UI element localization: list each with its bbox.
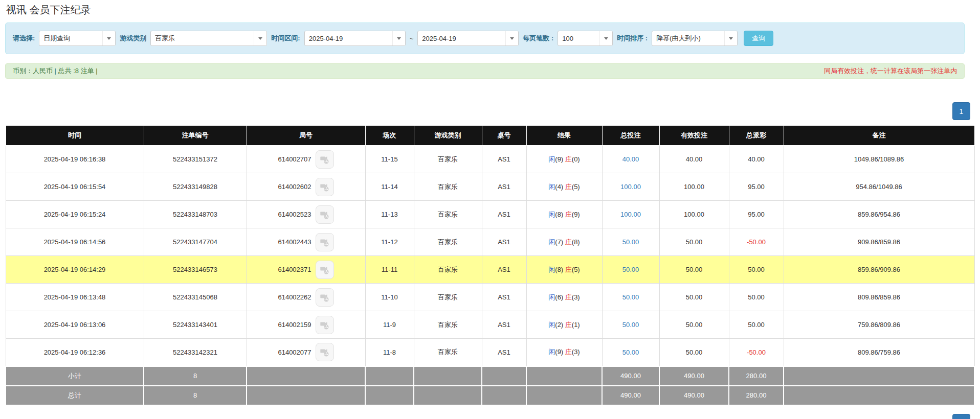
- session-cell: 11-8: [365, 339, 414, 366]
- player-label: 闲: [548, 238, 555, 246]
- chevron-down-icon[interactable]: [392, 31, 405, 45]
- player-label: 闲: [548, 293, 555, 301]
- time-cell: 2025-04-19 06:13:48: [6, 284, 144, 311]
- date-to-value: 2025-04-19: [418, 31, 505, 45]
- total-bet-link[interactable]: 50.00: [622, 348, 639, 356]
- round-id-cell: 614002443: [247, 228, 365, 256]
- chevron-down-icon[interactable]: [599, 31, 612, 45]
- total-bet-link[interactable]: 50.00: [622, 266, 639, 273]
- table-no-cell: AS1: [482, 146, 526, 173]
- total-bet-link[interactable]: 100.00: [620, 211, 641, 218]
- total-bet-cell: 50.00: [602, 311, 659, 339]
- time-cell: 2025-04-19 06:12:36: [6, 339, 144, 366]
- table-no-cell: AS1: [482, 284, 526, 311]
- player-label: 闲: [548, 348, 555, 356]
- game-category-label: 游戏类别: [120, 34, 146, 43]
- chevron-down-icon[interactable]: [724, 31, 737, 45]
- col-bet-id: 注单编号: [144, 126, 247, 146]
- banker-label: 庄: [565, 238, 572, 246]
- player-label: 闲: [548, 155, 555, 163]
- query-type-value: 日期查询: [39, 31, 102, 45]
- video-replay-button[interactable]: [316, 205, 334, 224]
- video-replay-button[interactable]: [316, 178, 334, 196]
- payout-cell: -50.00: [729, 228, 784, 256]
- player-score: (9): [555, 155, 563, 163]
- game-category-value: 百家乐: [151, 31, 254, 45]
- total-bet-cell: 50.00: [602, 228, 659, 256]
- round-id-value: 614002371: [278, 266, 311, 273]
- banker-score: (0): [572, 155, 580, 163]
- result-cell: 闲(7) 庄(8): [526, 228, 602, 256]
- total-bet-link[interactable]: 40.00: [622, 155, 639, 163]
- table-row: 2025-04-19 06:13:48 522433145068 6140022…: [6, 284, 974, 311]
- chevron-down-icon[interactable]: [505, 31, 518, 45]
- time-sort-select[interactable]: 降幂(由大到小): [652, 31, 738, 46]
- page-size-select[interactable]: 100: [558, 31, 613, 46]
- game-category-select[interactable]: 百家乐: [150, 31, 267, 46]
- total-bet-cell: 100.00: [602, 201, 659, 228]
- session-cell: 11-11: [365, 256, 414, 284]
- banker-label: 庄: [565, 293, 572, 301]
- total-bet-link[interactable]: 50.00: [622, 238, 639, 246]
- note-cell: 859.86/909.86: [784, 256, 974, 284]
- banker-score: (3): [572, 348, 580, 356]
- valid-bet-cell: 100.00: [659, 173, 729, 201]
- chevron-down-icon[interactable]: [254, 31, 266, 45]
- video-replay-button[interactable]: [316, 288, 334, 307]
- total-count: 8: [144, 386, 247, 405]
- video-icon: [319, 292, 330, 303]
- round-id-cell: 614002077: [247, 339, 365, 366]
- video-icon: [319, 181, 330, 193]
- table-header-row: 时间 注单编号 局号 场次 游戏类别 桌号 结果 总投注 有效投注 总派彩 备注: [6, 126, 974, 146]
- table-no-cell: AS1: [482, 311, 526, 339]
- date-from-select[interactable]: 2025-04-19: [304, 31, 406, 46]
- video-icon: [319, 209, 330, 220]
- date-to-select[interactable]: 2025-04-19: [417, 31, 519, 46]
- player-score: (4): [555, 183, 563, 191]
- subtotal-label: 小计: [6, 366, 144, 386]
- round-id-cell: 614002262: [247, 284, 365, 311]
- valid-bet-cell: 100.00: [659, 201, 729, 228]
- video-replay-button[interactable]: [316, 343, 334, 361]
- video-replay-button[interactable]: [316, 261, 334, 279]
- player-label: 闲: [548, 266, 555, 273]
- round-id-cell: 614002371: [247, 256, 365, 284]
- player-score: (7): [555, 238, 563, 246]
- query-button[interactable]: 查询: [744, 31, 773, 46]
- pagination-page-1[interactable]: 1: [952, 102, 970, 120]
- video-replay-button[interactable]: [316, 150, 334, 169]
- table-no-cell: AS1: [482, 339, 526, 366]
- result-cell: 闲(9) 庄(0): [526, 146, 602, 173]
- total-total-bet: 490.00: [602, 386, 659, 405]
- banker-label: 庄: [565, 266, 572, 273]
- payout-cell: 50.00: [729, 311, 784, 339]
- table-row: 2025-04-19 06:15:24 522433148703 6140025…: [6, 201, 974, 228]
- query-type-select[interactable]: 日期查询: [39, 31, 116, 46]
- time-sort-label: 时间排序 :: [617, 34, 648, 43]
- chevron-down-icon[interactable]: [102, 31, 115, 45]
- banker-score: (9): [572, 211, 580, 218]
- video-replay-button[interactable]: [316, 316, 334, 334]
- bet-id-cell: 522433149828: [144, 173, 247, 201]
- video-replay-button[interactable]: [316, 233, 334, 251]
- time-cell: 2025-04-19 06:15:54: [6, 173, 144, 201]
- total-bet-link[interactable]: 50.00: [622, 321, 639, 329]
- video-icon: [319, 319, 330, 331]
- total-label: 总计: [6, 386, 144, 405]
- total-bet-link[interactable]: 100.00: [620, 183, 641, 191]
- total-bet-link[interactable]: 50.00: [622, 293, 639, 301]
- player-label: 闲: [548, 211, 555, 218]
- session-cell: 11-15: [365, 146, 414, 173]
- table-row: 2025-04-19 06:14:56 522433147704 6140024…: [6, 228, 974, 256]
- col-table-no: 桌号: [482, 126, 526, 146]
- time-cell: 2025-04-19 06:14:56: [6, 228, 144, 256]
- table-row: 2025-04-19 06:14:29 522433146573 6140023…: [6, 256, 974, 284]
- time-cell: 2025-04-19 06:15:24: [6, 201, 144, 228]
- banker-score: (3): [572, 293, 580, 301]
- note-cell: 1049.86/1089.86: [784, 146, 974, 173]
- valid-bet-cell: 40.00: [659, 146, 729, 173]
- pagination-page-1-bottom[interactable]: 1: [952, 414, 970, 419]
- page-size-label: 每页笔数 :: [523, 34, 553, 43]
- summary-bar: 币别：人民币 | 总共 :8 注单 | 同局有效投注，统一计算在该局第一张注单内: [5, 63, 965, 79]
- total-bet-cell: 40.00: [602, 146, 659, 173]
